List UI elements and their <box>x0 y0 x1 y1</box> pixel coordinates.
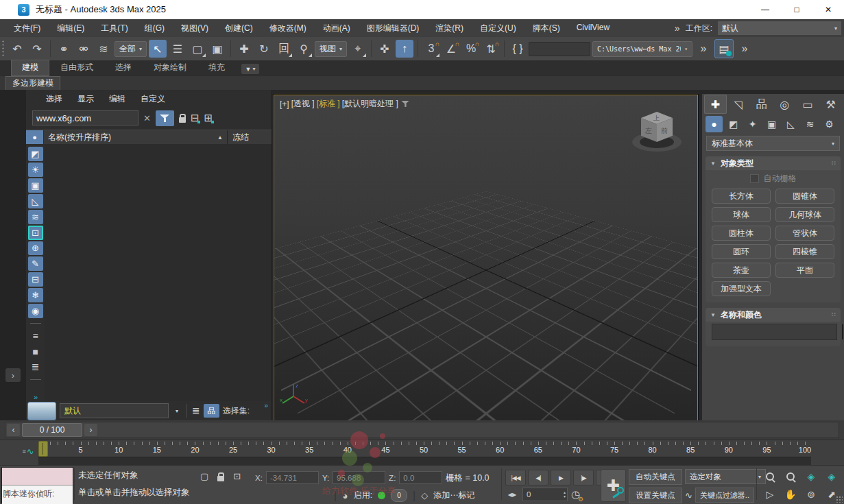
create-systems-icon[interactable]: ⚙ <box>821 116 838 132</box>
active-layer-field[interactable]: 默认 <box>60 403 169 418</box>
create-helpers-icon[interactable]: ◺ <box>782 116 799 132</box>
window-crossing-icon[interactable]: ▣ <box>208 40 226 58</box>
minimize-button[interactable]: — <box>749 0 781 19</box>
enabled-indicator[interactable] <box>378 492 385 499</box>
geometry-column-icon[interactable]: ● <box>26 130 44 144</box>
layer-list-icon[interactable]: ≣ <box>28 360 43 374</box>
viewport-layout-button[interactable] <box>27 402 56 420</box>
absolute-mode-icon[interactable]: ⊡ <box>233 471 241 481</box>
menu-item-13[interactable]: CivilView <box>568 20 618 37</box>
ribbon-tab-填充[interactable]: 填充 <box>197 60 236 76</box>
resize-grip[interactable] <box>836 496 843 503</box>
undo-icon[interactable]: ↶ <box>8 40 26 58</box>
project-path-dropdown[interactable]: C:\Users\ww⋯ds Max 2025▾ <box>592 41 692 57</box>
select-and-scale-icon[interactable]: 回 <box>275 40 293 58</box>
collapse-tree-icon[interactable]: ⊞ <box>204 112 213 124</box>
filter-spacewarps-icon[interactable]: ≋ <box>28 210 43 224</box>
ribbon-tab-自由形式[interactable]: 自由形式 <box>49 60 104 76</box>
name-color-rollout-header[interactable]: ▼ 名称和颜色 ∷ <box>706 308 841 322</box>
go-to-start-icon[interactable]: |◀◀ <box>505 470 526 485</box>
rollout-grip-icon[interactable]: ∷ <box>832 311 836 318</box>
per-view-filter-icon[interactable] <box>401 100 409 107</box>
workspace-dropdown[interactable]: 默认 ▾ <box>718 21 841 35</box>
bind-to-space-warp-icon[interactable]: ≋ <box>95 40 112 58</box>
clear-search-icon[interactable]: ✕ <box>143 113 151 123</box>
layer-dropdown-button[interactable]: ▾ <box>172 404 182 418</box>
menu-overflow-icon[interactable]: » <box>675 23 680 34</box>
explorer-column-more-icon[interactable]: » <box>34 393 37 401</box>
list-view-icon[interactable]: ≡ <box>28 328 43 343</box>
tab-motion-icon[interactable]: ◎ <box>773 95 796 114</box>
explorer-menu-自定义[interactable]: 自定义 <box>133 91 173 108</box>
field-of-view-icon[interactable]: ▷ <box>760 486 780 503</box>
tab-modify-icon[interactable]: ◹ <box>727 95 750 114</box>
spinner-snap-icon[interactable]: ⇅∩ <box>482 40 500 58</box>
selection-set-dropdown[interactable]: 选定对象 ▾ <box>685 469 766 484</box>
selection-region-icon[interactable]: ▢ <box>200 471 208 481</box>
filter-containers-icon[interactable]: ⊡ <box>28 226 43 240</box>
select-by-name-icon[interactable]: ☰ <box>169 40 186 58</box>
y-coordinate-field[interactable]: 95.688 <box>333 471 385 484</box>
tab-create-icon[interactable]: ✚ <box>704 95 727 114</box>
unlink-selection-icon[interactable]: ⚮ <box>75 40 93 58</box>
explorer-more-icon[interactable]: » <box>264 402 267 409</box>
filter-shapes-icon[interactable]: ◩ <box>28 147 43 161</box>
orbit-icon[interactable]: ⊚ <box>801 486 821 503</box>
explorer-menu-显示[interactable]: 显示 <box>70 91 101 108</box>
menu-item-2[interactable]: 编辑(E) <box>49 20 93 37</box>
select-and-rotate-icon[interactable]: ↻ <box>255 40 273 58</box>
autosave-icon[interactable]: ▤ <box>714 39 734 58</box>
select-and-place-icon[interactable]: ⚲ <box>295 40 313 58</box>
primitive-button-9[interactable]: 茶壶 <box>712 263 771 278</box>
frozen-column-header[interactable]: 冻结 <box>228 130 272 144</box>
mini-curve-editor-button[interactable]: ≡ ∿ <box>18 444 38 459</box>
create-shapes-icon[interactable]: ◩ <box>725 116 742 132</box>
x-coordinate-field[interactable]: -34.731 <box>266 471 319 484</box>
primitive-button-6[interactable]: 管状体 <box>775 226 834 241</box>
zoom-icon[interactable] <box>760 468 780 485</box>
primitive-button-7[interactable]: 圆环 <box>712 244 771 259</box>
object-name-input[interactable] <box>712 324 837 340</box>
primitive-button-3[interactable]: 球体 <box>712 207 771 222</box>
primitive-button-10[interactable]: 平面 <box>775 263 834 278</box>
ribbon-more-button[interactable]: ▼ ▾ <box>241 64 259 74</box>
toolbar-overflow-icon[interactable]: » <box>695 40 712 58</box>
keyboard-override-icon[interactable]: ↑ <box>396 40 413 58</box>
tab-display-icon[interactable]: ▭ <box>797 95 819 114</box>
ribbon-tab-对象绘制[interactable]: 对象绘制 <box>143 60 197 76</box>
rollout-grip-icon[interactable]: ∷ <box>832 160 836 167</box>
named-sets-input[interactable] <box>529 42 590 56</box>
primitive-button-5[interactable]: 圆柱体 <box>712 226 771 241</box>
menu-item-10[interactable]: 渲染(R) <box>427 20 472 37</box>
select-object-icon[interactable]: ↖ <box>149 40 167 58</box>
ribbon-tab-建模[interactable]: 建模 <box>11 60 49 76</box>
select-and-manipulate-icon[interactable]: ✜ <box>376 40 394 58</box>
viewcube-left-label[interactable]: 左 <box>645 127 652 134</box>
create-spacewarps-icon[interactable]: ≋ <box>801 116 819 132</box>
name-column-header[interactable]: 名称(按升序排序) ▲ <box>44 130 228 144</box>
layer-hierarchy-icon[interactable]: 品 <box>204 404 219 418</box>
z-coordinate-field[interactable]: 0.0 <box>399 471 442 484</box>
menu-item-3[interactable]: 工具(T) <box>93 20 136 37</box>
explorer-menu-选择[interactable]: 选择 <box>38 91 70 108</box>
primitive-button-4[interactable]: 几何球体 <box>775 207 834 222</box>
key-filters-button[interactable]: 关键点过滤器.. <box>695 488 754 503</box>
listener-macro-field[interactable] <box>2 468 73 485</box>
viewport-shading-label[interactable]: [默认明暗处理 ] <box>342 98 398 110</box>
create-geometry-icon[interactable]: ● <box>706 116 723 132</box>
previous-frame-arrow[interactable]: ‹ <box>7 424 20 436</box>
select-and-move-icon[interactable]: ✚ <box>235 40 253 58</box>
ribbon-tab-选择[interactable]: 选择 <box>104 60 143 76</box>
object-type-rollout-header[interactable]: ▼ 对象类型 ∷ <box>706 156 841 170</box>
next-frame-arrow[interactable]: › <box>84 424 97 436</box>
menu-item-4[interactable]: 组(G) <box>136 20 173 37</box>
filter-button[interactable] <box>156 110 174 126</box>
autogrid-checkbox[interactable] <box>750 174 759 183</box>
explorer-menu-编辑[interactable]: 编辑 <box>101 91 133 108</box>
filter-groups-icon[interactable]: ⊟ <box>28 272 43 287</box>
cube-icon[interactable]: ◇ <box>421 490 428 501</box>
next-frame-icon[interactable]: |▶ <box>573 470 594 485</box>
auto-key-button[interactable]: 自动关键点 <box>629 469 682 485</box>
explorer-search-input[interactable] <box>32 110 138 125</box>
filter-lights-icon[interactable]: ☀ <box>28 163 43 177</box>
